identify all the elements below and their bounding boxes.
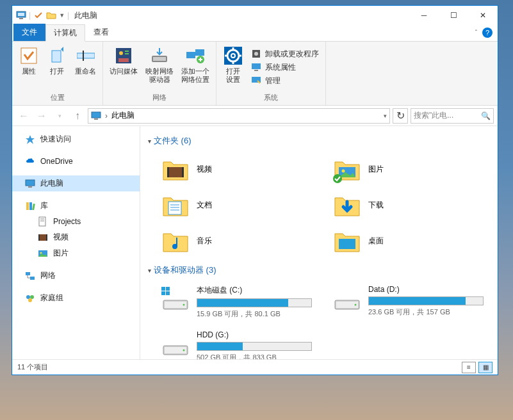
svg-point-54 (333, 174, 342, 183)
ribbon-tabs: 文件 计算机 查看 ˆ ? (12, 25, 498, 42)
media-button[interactable]: 访问媒体 (106, 43, 142, 92)
svg-rect-10 (125, 53, 129, 54)
computer-icon (16, 10, 26, 20)
maximize-button[interactable]: ☐ (439, 6, 468, 25)
sidebar-item-onedrive[interactable]: OneDrive (12, 154, 140, 169)
tab-computer[interactable]: 计算机 (45, 24, 85, 42)
tab-file[interactable]: 文件 (13, 24, 45, 41)
svg-rect-13 (153, 57, 166, 61)
svg-rect-5 (77, 53, 95, 58)
svg-rect-62 (161, 291, 165, 295)
folder-videos[interactable]: 视频 (159, 153, 318, 185)
svg-rect-61 (166, 287, 170, 291)
address-dropdown[interactable]: ▾ (384, 113, 387, 119)
sidebar-item-libraries[interactable]: 库 (12, 198, 140, 214)
statusbar: 11 个项目 ≡ ▦ (12, 359, 498, 375)
svg-rect-29 (92, 112, 101, 118)
svg-rect-11 (118, 58, 129, 62)
sidebar-item-network[interactable]: 网络 (12, 268, 140, 284)
folder-documents[interactable]: 文档 (159, 189, 318, 221)
folder-pictures[interactable]: 图片 (331, 153, 490, 185)
drive-name: Data (D:) (368, 285, 487, 294)
svg-rect-60 (161, 287, 165, 291)
drive-usage-text: 502 GB 可用，共 833 GB (197, 353, 316, 359)
drive-item[interactable]: 本地磁盘 (C:) 15.9 GB 可用，共 80.1 GB (159, 282, 318, 321)
folder-small-icon[interactable] (46, 10, 56, 20)
tab-view[interactable]: 查看 (85, 24, 117, 41)
svg-rect-15 (195, 49, 204, 56)
refresh-button[interactable]: ↻ (393, 108, 408, 124)
svg-rect-55 (168, 202, 181, 214)
computer-icon (91, 111, 101, 121)
sidebar-item-homegroup[interactable]: 家庭组 (12, 290, 140, 306)
divider: | (67, 11, 69, 20)
svg-rect-32 (28, 186, 32, 188)
svg-rect-45 (30, 277, 35, 280)
up-button[interactable]: ↑ (70, 108, 85, 124)
forward-button[interactable]: → (34, 108, 49, 124)
ribbon-group-location: 位置 (15, 92, 100, 104)
drive-item[interactable]: HDD (G:) 502 GB 可用，共 833 GB (159, 328, 318, 359)
folder-desktop[interactable]: 桌面 (331, 225, 490, 257)
close-button[interactable]: ✕ (468, 6, 498, 25)
ribbon-collapse-icon[interactable]: ˆ (475, 29, 477, 36)
settings-button[interactable]: 打开 设置 (219, 43, 247, 92)
sidebar-item-this-pc[interactable]: 此电脑 (12, 175, 140, 191)
svg-point-48 (28, 298, 32, 302)
divider: | (29, 11, 31, 20)
qat-dropdown[interactable]: ▼ (59, 12, 65, 19)
properties-button[interactable]: 属性 (15, 43, 43, 92)
search-input[interactable]: 搜索"此电... 🔍 (411, 108, 494, 124)
svg-point-53 (342, 170, 345, 173)
drive-usage-bar (197, 342, 312, 351)
svg-rect-41 (46, 234, 47, 241)
add-location-button[interactable]: 添加一个 网络位置 (177, 43, 213, 92)
drive-usage-bar (368, 296, 484, 305)
svg-rect-31 (26, 180, 35, 186)
sidebar-item-videos[interactable]: 视频 (12, 229, 140, 245)
rename-button[interactable]: 重命名 (71, 43, 100, 92)
help-icon[interactable]: ? (482, 28, 493, 38)
drive-name: HDD (G:) (197, 330, 316, 339)
address-input[interactable]: › 此电脑 ▾ (88, 108, 390, 124)
svg-rect-39 (38, 234, 47, 241)
address-bar: ← → ▾ ↑ › 此电脑 ▾ ↻ 搜索"此电... 🔍 (12, 106, 498, 126)
sidebar-item-pictures[interactable]: 图片 (12, 245, 140, 261)
folder-music[interactable]: 音乐 (159, 225, 318, 257)
svg-rect-2 (19, 18, 23, 19)
recent-dropdown[interactable]: ▾ (52, 108, 67, 124)
sidebar: 快速访问 OneDrive 此电脑 库 Projects 视频 图片 网络 家庭… (12, 126, 140, 359)
map-drive-button[interactable]: 映射网络 驱动器 (142, 43, 177, 92)
view-details-button[interactable]: ≡ (462, 362, 476, 373)
address-path: 此电脑 (111, 110, 134, 121)
back-button[interactable]: ← (16, 108, 31, 124)
svg-point-72 (183, 350, 185, 351)
minimize-button[interactable]: ─ (409, 6, 439, 25)
svg-rect-26 (252, 63, 261, 69)
system-properties-button[interactable]: 系统属性 (251, 62, 319, 73)
status-text: 11 个项目 (17, 362, 48, 372)
section-folders[interactable]: 文件夹 (6) (148, 135, 490, 147)
svg-rect-40 (38, 234, 40, 241)
drive-usage-bar (197, 298, 312, 307)
folder-downloads[interactable]: 下载 (331, 189, 490, 221)
svg-rect-51 (182, 167, 184, 177)
ribbon-group-network: 网络 (106, 92, 213, 104)
explorer-window: | ▼ | 此电脑 ─ ☐ ✕ 文件 计算机 查看 ˆ ? 属性 (12, 5, 498, 375)
checkmark-icon[interactable] (33, 10, 44, 20)
svg-point-25 (254, 52, 258, 56)
open-button[interactable]: 打开 (43, 43, 71, 92)
svg-rect-34 (29, 202, 32, 210)
chevron-right-icon: › (105, 111, 108, 120)
svg-rect-59 (339, 239, 355, 249)
drive-name: 本地磁盘 (C:) (197, 285, 316, 296)
uninstall-button[interactable]: 卸载或更改程序 (251, 49, 319, 60)
sidebar-item-projects[interactable]: Projects (12, 214, 140, 229)
view-tiles-button[interactable]: ▦ (478, 362, 493, 373)
manage-button[interactable]: 管理 (251, 76, 319, 86)
svg-point-47 (30, 295, 34, 299)
drive-item[interactable]: Data (D:) 23.6 GB 可用，共 157 GB (331, 282, 490, 321)
sidebar-item-quick-access[interactable]: 快速访问 (12, 131, 140, 147)
section-drives[interactable]: 设备和驱动器 (3) (148, 264, 490, 276)
drive-icon (162, 338, 189, 357)
